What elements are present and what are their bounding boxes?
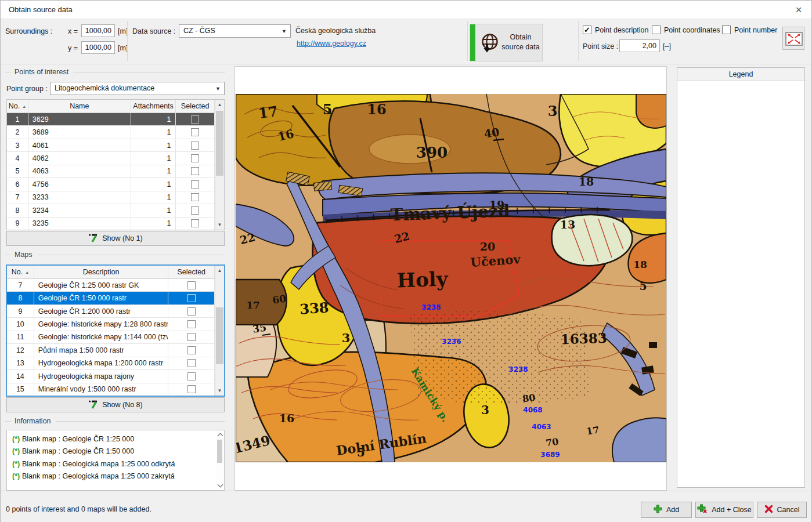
add-close-button[interactable]: Add + Close (695, 502, 753, 518)
y-unit: [m] (118, 44, 128, 52)
table-row[interactable]: 440621 (7, 152, 215, 165)
checkbox-point-number[interactable]: Point number (722, 26, 777, 34)
scroll-down-icon[interactable] (218, 482, 223, 488)
checkbox-point-coordinates[interactable]: Point coordinates (652, 26, 720, 34)
checkbox-point-description[interactable]: ✓Point description (583, 26, 648, 34)
row-checkbox[interactable] (191, 115, 199, 124)
map-number-label: 18 (579, 175, 594, 188)
cancel-button[interactable]: Cancel (757, 502, 807, 518)
table-row[interactable]: 14Hydrogeologická mapa rajony (7, 370, 215, 383)
table-row[interactable]: 932351 (7, 217, 215, 230)
points-table-scrollbar[interactable]: ▲ ▼ (215, 100, 224, 230)
scroll-up-icon[interactable]: ▲ (215, 100, 224, 110)
row-checkbox[interactable] (187, 281, 196, 289)
column-header-attachments[interactable]: Attachments (131, 100, 176, 113)
sort-asc-icon: ▲ (25, 270, 29, 274)
table-row[interactable]: 236891 (7, 126, 215, 139)
table-row[interactable]: 11Geologie: historické mapy 1:144 000 (t… (7, 331, 215, 344)
geological-map-raster[interactable]: 1716516340390181922221320176033835316383… (236, 94, 666, 462)
row-checkbox[interactable] (191, 206, 199, 215)
table-row[interactable]: 10Geologie: historické mapy 1:28 800 ras… (7, 318, 215, 331)
point-group-dropdown[interactable]: Litogeochemická dokumentace ▼ (50, 82, 225, 95)
point-size-input[interactable]: 2,00 (619, 39, 660, 52)
information-scrollbar[interactable] (216, 430, 224, 490)
show-map-button[interactable]: Show (No 8) (6, 397, 225, 412)
footer: 0 points of interest and 0 maps will be … (1, 491, 811, 522)
provider-name: Česká geologická služba (295, 27, 376, 35)
cell-no: 5 (7, 165, 28, 177)
row-checkbox[interactable] (187, 320, 196, 328)
information-section-header: Information (5, 417, 225, 425)
maps-section-header: Maps (5, 251, 225, 259)
table-row[interactable]: 7Geologie ČR 1:25 000 rastr GK (7, 279, 215, 292)
table-row[interactable]: 8Geologie ČR 1:50 000 rastr (7, 292, 215, 304)
scroll-down-icon[interactable]: ▼ (215, 386, 224, 396)
column-header-label: No. (9, 102, 20, 110)
row-checkbox[interactable] (187, 385, 196, 393)
table-row[interactable]: 9Geologie ČR 1:200 000 rastr (7, 305, 215, 318)
cell-no: 8 (7, 292, 34, 304)
column-header-name[interactable]: Name (28, 100, 131, 113)
maps-table-scrollbar[interactable]: ▲ ▼ (215, 266, 224, 396)
row-checkbox[interactable] (187, 359, 196, 367)
close-icon[interactable]: × (792, 3, 806, 17)
checkbox-unchecked-icon[interactable] (722, 26, 731, 34)
row-checkbox[interactable] (187, 307, 196, 316)
checkbox-unchecked-icon[interactable] (652, 26, 661, 34)
points-table-header: No.▲NameAttachmentsSelected (7, 100, 215, 113)
table-row[interactable]: 12Půdní mapa 1:50 000 rastr (7, 344, 215, 357)
obtain-source-data-button[interactable]: Obtain source data (470, 24, 543, 61)
table-row[interactable]: 136291 (7, 113, 215, 126)
table-row[interactable]: 340611 (7, 139, 215, 152)
table-row[interactable]: 732331 (7, 191, 215, 204)
column-header-selected[interactable]: Selected (176, 100, 215, 113)
row-checkbox[interactable] (187, 333, 196, 341)
map-view[interactable]: 1716516340390181922221320176033835316383… (234, 66, 667, 491)
row-checkbox[interactable] (187, 372, 196, 380)
scrollbar-thumb[interactable] (216, 307, 223, 364)
checkbox-checked-icon[interactable]: ✓ (583, 26, 591, 34)
table-row[interactable]: 15Minerální vody 1:500 000 rastr (7, 383, 215, 396)
provider-link[interactable]: http://www.geology.cz (295, 39, 368, 48)
cell-no: 1 (7, 113, 28, 125)
table-row[interactable]: 540631 (7, 165, 215, 178)
column-header-no[interactable]: No.▲ (7, 100, 28, 113)
titlebar: Obtain source data × (1, 1, 811, 19)
points-table: No.▲NameAttachmentsSelected1362912368913… (6, 99, 225, 230)
table-row[interactable]: 832341 (7, 204, 215, 217)
cell-name: 3234 (28, 204, 131, 216)
row-checkbox[interactable] (191, 128, 199, 136)
table-row[interactable]: 647561 (7, 178, 215, 191)
row-checkbox[interactable] (187, 346, 196, 354)
cell-selected (176, 191, 215, 204)
map-number-label: 17 (257, 103, 279, 122)
scrollbar-thumb[interactable] (216, 111, 223, 176)
info-marker: (*) (7, 447, 22, 455)
row-checkbox[interactable] (191, 167, 199, 175)
column-header-description[interactable]: Description (34, 266, 169, 278)
row-checkbox[interactable] (191, 180, 199, 188)
scroll-up-icon[interactable]: ▲ (215, 266, 224, 276)
x-input[interactable]: 1000,00 (81, 24, 115, 37)
show-point-button[interactable]: Show (No 1) (6, 231, 225, 246)
data-source-dropdown[interactable]: CZ - ČGS ▼ (179, 24, 291, 38)
row-checkbox[interactable] (191, 219, 199, 227)
scrollbar-thumb[interactable] (217, 440, 222, 463)
plus-close-icon (697, 504, 708, 516)
cell-no: 2 (7, 126, 28, 138)
row-checkbox[interactable] (187, 294, 196, 302)
row-checkbox[interactable] (191, 193, 199, 201)
row-checkbox[interactable] (191, 142, 199, 150)
cell-name: 3235 (28, 217, 131, 230)
table-row[interactable]: 13Hydrogeologická mapa 1:200 000 rastr (7, 357, 215, 370)
zoom-extents-button[interactable] (782, 27, 804, 50)
cell-name: 3689 (28, 126, 131, 138)
y-input[interactable]: 1000,00 (81, 41, 115, 54)
column-header-selected[interactable]: Selected (168, 266, 215, 278)
column-header-label: Name (70, 102, 89, 110)
add-button[interactable]: Add (641, 502, 692, 518)
column-header-no[interactable]: No.▲ (7, 266, 34, 278)
scroll-down-icon[interactable]: ▼ (215, 220, 224, 230)
row-checkbox[interactable] (191, 154, 199, 162)
scroll-up-icon[interactable] (218, 433, 223, 439)
